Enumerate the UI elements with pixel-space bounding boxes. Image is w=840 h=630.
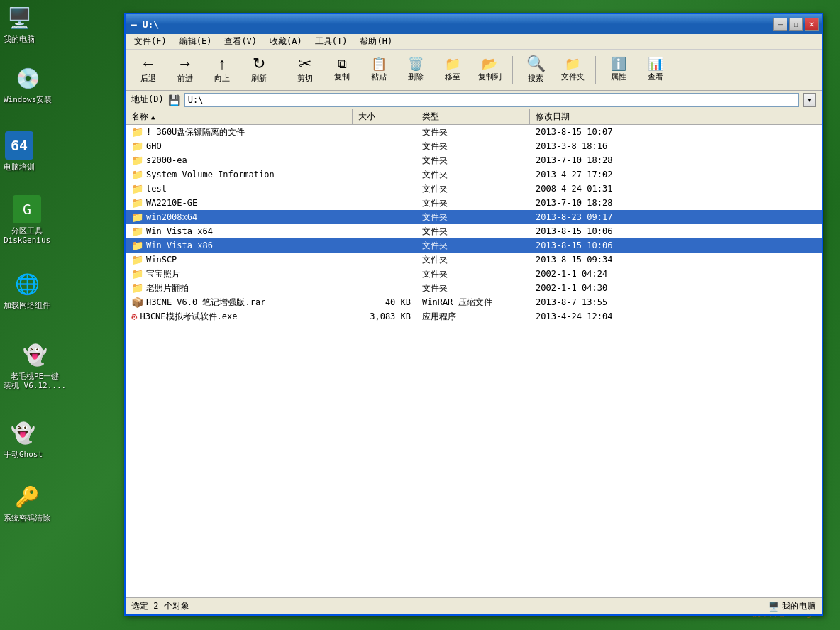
my-computer-icon-area[interactable]: 🖥️ 我的电脑 (4, 4, 35, 44)
windows-install-icon-area[interactable]: 💿 Windows安装 (4, 64, 52, 104)
file-type-cell: 文件夹 (416, 211, 530, 223)
up-label: 向上 (214, 73, 230, 84)
file-modified: 2013-4-27 17:02 (536, 170, 612, 179)
file-type: 文件夹 (422, 211, 448, 223)
file-type: 文件夹 (422, 183, 448, 195)
menu-file[interactable]: 文件(F) (128, 34, 172, 49)
desktop-icon-ghost[interactable]: 👻 手动Ghost (4, 419, 43, 459)
file-modified-cell: 2008-4-24 01:31 (530, 184, 643, 194)
my-computer-icon: 🖥️ (5, 4, 33, 32)
file-type: 文件夹 (422, 282, 448, 294)
folder-icon: 📁 (131, 183, 143, 194)
table-row[interactable]: 📁 Win Vista x86 文件夹 2013-8-15 10:06 (126, 238, 822, 253)
desktop-icon-windows-install[interactable]: 💿 Windows安装 (4, 64, 52, 104)
close-button[interactable]: ✕ (805, 18, 819, 31)
table-row[interactable]: 📁 System Volume Information 文件夹 2013-4-2… (126, 167, 822, 182)
view-button[interactable]: 📊 查看 (639, 52, 673, 88)
table-row[interactable]: 📁 win2008x64 文件夹 2013-8-23 09:17 (126, 210, 822, 224)
refresh-button[interactable]: ↻ 刷新 (242, 52, 276, 88)
file-type: 应用程序 (422, 311, 456, 323)
table-row[interactable]: 📦 H3CNE V6.0 笔记增强版.rar 40 KB WinRAR 压缩文件… (126, 295, 822, 309)
network-addon-label: 加载网络组件 (4, 301, 50, 310)
address-input[interactable] (184, 93, 799, 107)
desktop-icon-pe-tool[interactable]: 👻 老毛桃PE一键装机 V6.12.... (4, 341, 66, 390)
windows-install-icon: 💿 (13, 64, 42, 92)
file-modified-cell: 2013-8-15 10:06 (530, 226, 643, 236)
pe-tool-icon-area[interactable]: 👻 老毛桃PE一键装机 V6.12.... (4, 341, 66, 390)
delete-icon: 🗑️ (408, 57, 424, 70)
table-row[interactable]: 📁 test 文件夹 2008-4-24 01:31 (126, 182, 822, 196)
menu-tools[interactable]: 工具(T) (309, 34, 353, 49)
ghost-icon-area[interactable]: 👻 手动Ghost (4, 419, 43, 459)
search-button[interactable]: 🔍 搜索 (519, 52, 553, 88)
pe-tool-label: 老毛桃PE一键装机 V6.12.... (4, 372, 66, 390)
file-modified-cell: 2013-3-8 18:16 (530, 141, 643, 151)
sys-password-icon-area[interactable]: 🔑 系统密码清除 (4, 482, 50, 523)
desktop-icon-pc-training[interactable]: 64 电脑培训 (4, 131, 35, 172)
col-header-modified[interactable]: 修改日期 (530, 109, 643, 124)
table-row[interactable]: 📁 Win Vista x64 文件夹 2013-8-15 10:06 (126, 224, 822, 238)
table-row[interactable]: 📁 老照片翻拍 文件夹 2002-1-1 04:30 (126, 281, 822, 295)
table-row[interactable]: 📁 ! 360U盘保镖隔离的文件 文件夹 2013-8-15 10:07 (126, 125, 822, 139)
menu-help[interactable]: 帮助(H) (354, 34, 398, 49)
back-button[interactable]: ← 后退 (131, 52, 165, 88)
toolbar-sep-3 (595, 56, 596, 84)
table-row[interactable]: ⚙️ H3CNE模拟考试软件.exe 3,083 KB 应用程序 2013-4-… (126, 309, 822, 324)
properties-button[interactable]: ℹ️ 属性 (602, 52, 636, 88)
explorer-window: — U:\ ─ □ ✕ 文件(F) 编辑(E) 查看(V) 收藏(A) 工具(T… (124, 13, 823, 616)
file-type-cell: 文件夹 (416, 183, 530, 195)
file-modified-cell: 2013-8-15 09:34 (530, 255, 643, 265)
partition-tool-icon-area[interactable]: G 分区工具DiskGenius (4, 195, 50, 245)
forward-button[interactable]: → 前进 (168, 52, 202, 88)
network-addon-icon-area[interactable]: 🌐 加载网络组件 (4, 270, 50, 310)
file-type: 文件夹 (422, 254, 448, 266)
file-name-cell: 📁 WinSCP (126, 254, 353, 265)
cut-button[interactable]: ✂ 剪切 (288, 52, 322, 88)
up-button[interactable]: ↑ 向上 (205, 52, 239, 88)
menu-view[interactable]: 查看(V) (219, 34, 262, 49)
table-row[interactable]: 📁 WA2210E-GE 文件夹 2013-7-10 18:28 (126, 196, 822, 210)
minimize-button[interactable]: ─ (773, 18, 788, 31)
table-row[interactable]: 📁 GHO 文件夹 2013-3-8 18:16 (126, 139, 822, 153)
file-modified-cell: 2013-7-10 18:28 (530, 155, 643, 165)
folder-icon: 📁 (131, 254, 143, 265)
col-header-name[interactable]: 名称 ▲ (126, 109, 353, 124)
delete-button[interactable]: 🗑️ 删除 (399, 52, 433, 88)
status-left: 选定 2 个对象 (131, 600, 189, 612)
menu-favorites[interactable]: 收藏(A) (264, 34, 308, 49)
file-type-cell: 文件夹 (416, 226, 530, 238)
desktop-icon-partition-tool[interactable]: G 分区工具DiskGenius (4, 195, 50, 245)
file-name: H3CNE V6.0 笔记增强版.rar (146, 297, 265, 309)
copy-button[interactable]: ⧉ 复制 (325, 52, 359, 88)
col-header-type[interactable]: 类型 (416, 109, 530, 124)
my-computer-status-icon: 🖥️ (768, 602, 779, 612)
file-name-cell: 📁 GHO (126, 140, 353, 152)
file-type-cell: WinRAR 压缩文件 (416, 297, 530, 309)
pc-training-icon: 64 (5, 131, 33, 160)
file-name-cell: 📁 win2008x64 (126, 211, 353, 223)
desktop-icon-my-computer[interactable]: 🖥️ 我的电脑 (4, 4, 35, 44)
pc-training-icon-area[interactable]: 64 电脑培训 (4, 131, 35, 172)
view-icon: 📊 (648, 57, 663, 70)
copy-icon: ⧉ (338, 57, 347, 70)
paste-button[interactable]: 📋 粘贴 (362, 52, 396, 88)
file-type: 文件夹 (422, 240, 448, 252)
copy-to-button[interactable]: 📂 复制到 (472, 52, 507, 88)
desktop-icon-network-addon[interactable]: 🌐 加载网络组件 (4, 270, 50, 310)
folders-button[interactable]: 📁 文件夹 (556, 52, 590, 88)
file-name: win2008x64 (146, 212, 197, 222)
file-name: ! 360U盘保镖隔离的文件 (146, 126, 245, 138)
menu-edit[interactable]: 编辑(E) (174, 34, 218, 49)
desktop-icon-sys-password[interactable]: 🔑 系统密码清除 (4, 482, 50, 523)
address-dropdown[interactable]: ▼ (803, 93, 816, 107)
file-modified: 2013-8-23 09:17 (536, 212, 612, 222)
table-row[interactable]: 📁 宝宝照片 文件夹 2002-1-1 04:24 (126, 267, 822, 281)
move-button[interactable]: 📁 移至 (436, 52, 470, 88)
file-name-cell: ⚙️ H3CNE模拟考试软件.exe (126, 311, 353, 323)
maximize-button[interactable]: □ (789, 18, 803, 31)
col-header-size[interactable]: 大小 (353, 109, 416, 124)
copy-to-icon: 📂 (482, 57, 497, 70)
file-type: 文件夹 (422, 197, 448, 209)
table-row[interactable]: 📁 s2000-ea 文件夹 2013-7-10 18:28 (126, 153, 822, 167)
table-row[interactable]: 📁 WinSCP 文件夹 2013-8-15 09:34 (126, 253, 822, 267)
